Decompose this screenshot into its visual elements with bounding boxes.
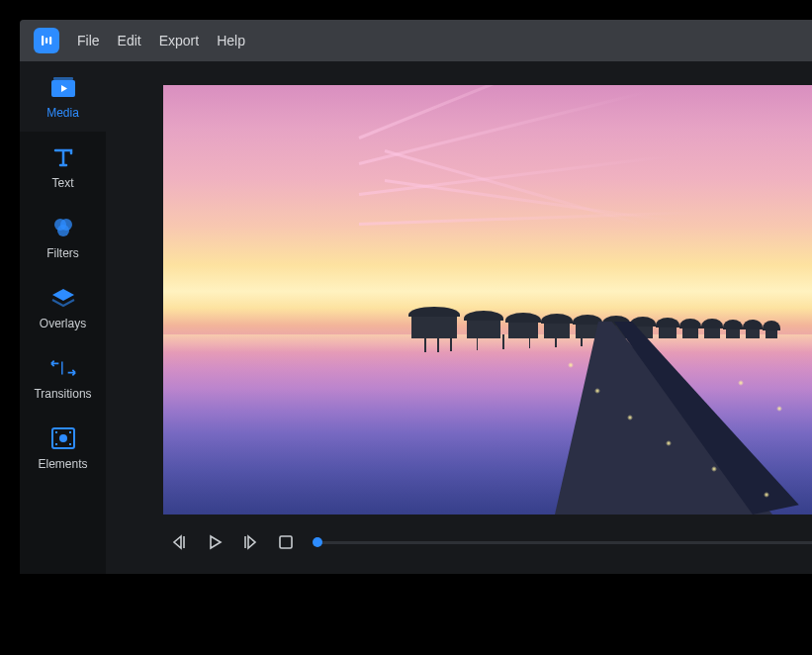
video-preview[interactable] [163, 85, 812, 515]
stop-icon [278, 534, 294, 550]
playback-controls [163, 515, 812, 552]
app-logo [34, 28, 59, 53]
svg-rect-10 [55, 431, 57, 433]
playhead-track[interactable] [317, 541, 812, 544]
stop-button[interactable] [276, 532, 296, 552]
transitions-icon [49, 356, 77, 380]
sidebar-item-label: Filters [46, 246, 79, 260]
play-icon [206, 533, 224, 551]
sidebar-item-label: Overlays [40, 317, 86, 330]
filters-icon [49, 216, 77, 239]
text-icon [49, 145, 77, 169]
sidebar-item-filters[interactable]: Filters [20, 202, 106, 272]
sidebar-item-label: Text [51, 176, 73, 190]
svg-rect-11 [55, 443, 57, 445]
prev-button[interactable] [169, 532, 189, 552]
menubar: File Edit Export Help [20, 20, 812, 61]
playhead-dot[interactable] [313, 537, 322, 547]
media-icon [49, 75, 77, 99]
svg-rect-1 [45, 38, 47, 44]
menu-edit[interactable]: Edit [118, 33, 141, 48]
menu-file[interactable]: File [77, 33, 100, 48]
next-button[interactable] [240, 532, 260, 552]
sidebar-item-overlays[interactable]: Overlays [20, 272, 106, 342]
svg-rect-13 [69, 443, 71, 445]
svg-point-14 [59, 434, 67, 442]
svg-rect-8 [61, 361, 62, 374]
svg-rect-2 [49, 37, 51, 45]
sidebar-item-elements[interactable]: Elements [20, 413, 106, 483]
app-window: File Edit Export Help Media [20, 20, 812, 574]
sidebar-item-label: Media [46, 106, 79, 120]
overlays-icon [49, 286, 77, 310]
svg-rect-4 [53, 77, 73, 80]
play-button[interactable] [205, 532, 225, 552]
elements-icon [49, 426, 77, 450]
logo-icon [39, 33, 54, 48]
svg-point-7 [57, 225, 69, 236]
prev-icon [170, 533, 188, 551]
svg-rect-15 [280, 536, 292, 548]
menu-help[interactable]: Help [217, 33, 245, 48]
body-area: Media Text Filters [20, 61, 812, 574]
sidebar-item-transitions[interactable]: Transitions [20, 342, 106, 413]
sidebar-item-label: Elements [38, 457, 87, 471]
svg-rect-0 [42, 36, 44, 46]
svg-rect-12 [69, 431, 71, 433]
sidebar-item-label: Transitions [34, 387, 91, 401]
next-icon [241, 533, 259, 551]
menu-export[interactable]: Export [159, 33, 199, 48]
sidebar-item-text[interactable]: Text [20, 132, 106, 202]
sidebar: Media Text Filters [20, 61, 106, 574]
sidebar-item-media[interactable]: Media [20, 61, 106, 132]
main-panel [106, 61, 812, 574]
